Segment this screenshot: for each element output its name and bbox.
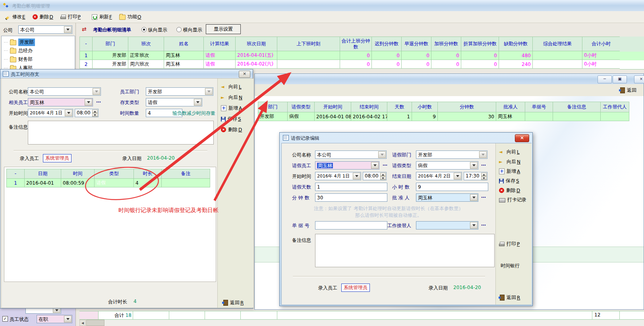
next-button[interactable]: ►向后N (499, 158, 520, 165)
col-header[interactable]: 备注 (162, 169, 210, 179)
cell-shift[interactable]: 周六班次 (128, 60, 164, 69)
table-row[interactable]: 1 开发部 正常班次 周玉林 请假 2016-04-01(五) 0 0 0 0 … (80, 51, 620, 60)
cell-shift[interactable]: 正常班次 (128, 51, 164, 60)
col-header[interactable]: 早退分钟数 (402, 37, 431, 51)
cell-result[interactable]: 请假 (204, 51, 236, 60)
col-header[interactable]: 班次 (128, 37, 164, 51)
col-header[interactable]: 部门 (258, 102, 288, 112)
function-button[interactable]: 功能O (116, 12, 145, 21)
col-header[interactable]: 迟到分钟数 (372, 37, 402, 51)
cell-result[interactable]: 请假 (204, 60, 236, 69)
employee-status-select[interactable]: 在职 (37, 315, 72, 323)
leave-table-row[interactable]: 开发部 病假 2016-04-01 08:00 2016-04-02 17:30… (258, 112, 629, 121)
col-header[interactable]: 合计上班分钟数 (340, 37, 372, 51)
cell-dept[interactable]: 开发部 (93, 60, 128, 69)
tree-item-label[interactable]: 总经办 (18, 47, 33, 54)
spin-down-icon[interactable] (92, 113, 98, 117)
col-header[interactable]: 部门 (93, 37, 128, 51)
prev-button[interactable]: ◄向前L (221, 83, 242, 90)
tree-item-zongjingban[interactable]: 总经办 (4, 47, 33, 54)
cell-time[interactable]: 08:00:59 (61, 179, 95, 187)
cell-doc-no[interactable] (525, 112, 553, 121)
cell-worked-min[interactable]: 0 (340, 51, 372, 60)
detail-row[interactable]: 1 2016-04-01 08:00:59 请假 4 (7, 179, 210, 187)
end-date-picker[interactable]: 2016年 4月 2日 (416, 172, 462, 180)
spin-up-icon[interactable] (92, 110, 98, 113)
scroll-left-button[interactable]: ◂ (79, 320, 86, 326)
delete-button[interactable]: ×删除D (29, 12, 57, 21)
next-button[interactable]: ►向后N (221, 94, 242, 101)
radio-vertical[interactable]: 纵向显示 (141, 27, 167, 33)
cell-dept[interactable]: 开发部 (258, 112, 288, 121)
cell-ot-conv-min[interactable]: 0 (461, 60, 499, 69)
print-button[interactable]: 打印P (57, 12, 84, 21)
cell-late-min[interactable]: 0 (372, 60, 402, 69)
return-button[interactable]: 返回 (620, 87, 636, 94)
horizontal-scrollbar[interactable]: ◂ (79, 320, 644, 326)
cell-remark[interactable] (553, 112, 601, 121)
chevron-down-icon[interactable] (454, 173, 461, 179)
close-button[interactable]: × (634, 75, 644, 83)
cell-summary[interactable] (533, 51, 582, 60)
col-header[interactable]: 上下班时刻 (277, 37, 340, 51)
chevron-down-icon[interactable] (353, 173, 360, 179)
cell-times[interactable] (277, 60, 340, 69)
scrollbar-thumb[interactable] (86, 320, 104, 326)
cell-absent-min[interactable]: 480 (499, 51, 533, 60)
approver-select[interactable]: 周玉林 (416, 193, 478, 202)
return-button[interactable]: 返回R (223, 299, 244, 306)
cell-date[interactable]: 2016-04-01 (25, 179, 61, 187)
save-button[interactable]: 保存S (499, 177, 519, 184)
chevron-down-icon[interactable] (470, 222, 478, 229)
cell-end[interactable]: 2016-04-02 17:30 (351, 112, 387, 121)
chevron-down-icon[interactable] (194, 99, 201, 106)
col-header[interactable]: 结束时间 (351, 102, 387, 112)
cell-duration[interactable]: 4 (134, 179, 162, 187)
delete-button[interactable]: ×删除D (499, 187, 520, 194)
substitute-select[interactable] (416, 221, 478, 230)
cell-name[interactable]: 周玉林 (164, 60, 204, 69)
start-date-picker[interactable]: 2016年 4月 1日 (315, 172, 361, 180)
col-header[interactable]: 综合处理结果 (533, 37, 582, 51)
cell-early-min[interactable]: 0 (402, 51, 431, 60)
spin-down-icon[interactable] (380, 176, 386, 180)
cell-ot-conv-min[interactable]: 0 (461, 51, 499, 60)
cell-total-hours[interactable]: 0小时 (582, 51, 620, 60)
col-header[interactable]: 合计小时 (582, 37, 620, 51)
table-row[interactable]: 2 开发部 周六班次 周玉林 请假 2016-04-02(六) 0 0 0 0 … (80, 60, 620, 69)
cell-dept[interactable]: 开发部 (93, 51, 128, 60)
cell-total-hours[interactable]: 0小时 (582, 60, 620, 69)
col-header[interactable]: 时间 (61, 169, 95, 179)
display-settings-button[interactable]: 显示设置 (206, 24, 241, 34)
col-header[interactable]: 加班分钟数 (431, 37, 461, 51)
spin-up-icon[interactable] (380, 173, 386, 176)
spin-down-icon[interactable] (481, 176, 487, 180)
tree-item-label[interactable]: 财务部 (18, 56, 33, 63)
punch-records-button[interactable]: 打卡记录 (499, 197, 527, 203)
delete-button[interactable]: ×删除D (221, 126, 242, 133)
col-header[interactable]: 单据号 (525, 102, 553, 112)
start-time-spinner[interactable]: 08:00 (363, 172, 387, 180)
cell-date[interactable]: 2016-04-02(六) (236, 60, 277, 69)
hours-input[interactable] (416, 183, 488, 191)
minutes-input[interactable] (315, 193, 387, 202)
chevron-down-icon[interactable] (65, 110, 72, 116)
substitute-lookup-button[interactable]: … (481, 221, 486, 227)
cell-late-min[interactable]: 0 (372, 51, 402, 60)
cell-absent-min[interactable]: 240 (499, 60, 533, 69)
col-header[interactable]: 班次日期 (236, 37, 277, 51)
close-button[interactable]: × (515, 134, 529, 142)
col-header[interactable]: 计算结果 (204, 37, 236, 51)
leave-type-select[interactable]: 病假 (416, 161, 478, 170)
col-header[interactable]: 姓名 (164, 37, 204, 51)
chevron-down-icon[interactable] (64, 316, 72, 322)
remark-textarea[interactable] (28, 121, 214, 145)
cell-hours[interactable]: 9 (412, 112, 438, 121)
col-header[interactable]: 时长 (134, 169, 162, 179)
return-button[interactable]: 返回R (500, 294, 520, 301)
cell-worked-min[interactable]: 0 (340, 60, 372, 69)
tree-item-label[interactable]: 开发部 (18, 39, 35, 46)
prev-button[interactable]: ◄向前L (499, 149, 520, 155)
col-header[interactable]: 开始时间 (315, 102, 351, 112)
col-header[interactable]: 小时数 (412, 102, 438, 112)
